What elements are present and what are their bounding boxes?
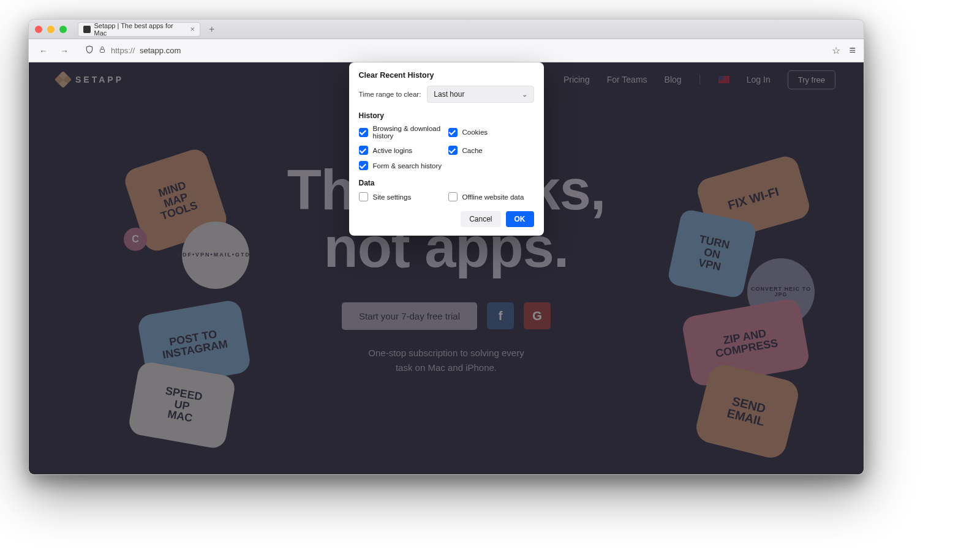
zoom-window-button[interactable]: [59, 26, 67, 33]
signup-google-button[interactable]: G: [524, 302, 551, 329]
url-scheme: https://: [111, 46, 135, 55]
time-range-label: Time range to clear:: [359, 91, 421, 98]
check-cookies[interactable]: Cookies: [448, 125, 534, 140]
back-button[interactable]: ←: [37, 46, 50, 56]
check-offline-data[interactable]: Offline website data: [448, 192, 534, 201]
facebook-icon: f: [499, 309, 503, 323]
browser-window: Setapp | The best apps for Mac × + ← → h…: [28, 19, 864, 475]
shield-icon[interactable]: [85, 45, 94, 56]
check-site-settings[interactable]: Site settings: [359, 192, 445, 201]
minimize-window-button[interactable]: [47, 26, 55, 33]
check-form[interactable]: Form & search history: [359, 161, 445, 170]
dialog-title: Clear Recent History: [359, 71, 534, 80]
checkbox-icon: [359, 192, 368, 201]
lock-icon[interactable]: [99, 46, 106, 55]
checkbox-icon: [359, 128, 368, 137]
start-trial-button[interactable]: Start your 7-day free trial: [342, 302, 477, 330]
checkbox-icon: [448, 192, 458, 201]
cancel-button[interactable]: Cancel: [461, 211, 500, 227]
check-cache[interactable]: Cache: [448, 146, 534, 155]
browser-toolbar: ← → https://setapp.com ☆ ≡: [29, 39, 864, 62]
tab-title: Setapp | The best apps for Mac: [94, 22, 184, 37]
check-active-label: Active logins: [373, 147, 413, 154]
check-site-settings-label: Site settings: [373, 193, 412, 201]
browser-tab[interactable]: Setapp | The best apps for Mac ×: [78, 22, 200, 37]
checkbox-icon: [359, 161, 368, 170]
google-icon: G: [532, 309, 542, 323]
check-offline-data-label: Offline website data: [462, 193, 524, 201]
url-host: setapp.com: [140, 46, 181, 55]
check-active[interactable]: Active logins: [359, 146, 445, 155]
check-browsing-label: Browsing & download history: [373, 125, 445, 140]
tab-close-icon[interactable]: ×: [190, 24, 195, 34]
chevron-down-icon: ⌄: [522, 91, 527, 99]
signup-facebook-button[interactable]: f: [487, 302, 514, 329]
check-cache-label: Cache: [462, 147, 483, 154]
checkbox-icon: [359, 146, 368, 155]
check-cookies-label: Cookies: [462, 129, 488, 136]
ok-button[interactable]: OK: [506, 211, 534, 227]
tab-bar: Setapp | The best apps for Mac × +: [29, 20, 864, 39]
forward-button[interactable]: →: [58, 46, 70, 56]
check-form-label: Form & search history: [373, 162, 442, 170]
svg-rect-0: [100, 50, 105, 53]
address-bar[interactable]: https://setapp.com: [79, 42, 823, 59]
hero-sub-2: task on Mac and iPhone.: [396, 362, 497, 373]
new-tab-button[interactable]: +: [205, 24, 218, 35]
time-range-select[interactable]: Last hour ⌄: [427, 86, 533, 103]
hamburger-menu-icon[interactable]: ≡: [849, 44, 855, 57]
check-browsing[interactable]: Browsing & download history: [359, 125, 445, 140]
section-data-title: Data: [359, 179, 534, 187]
checkbox-icon: [448, 146, 458, 155]
window-controls: [35, 26, 67, 33]
time-range-value: Last hour: [434, 90, 464, 99]
clear-history-dialog: Clear Recent History Time range to clear…: [349, 62, 544, 236]
hero-sub-1: One-stop subscription to solving every: [368, 348, 524, 358]
favicon-icon: [83, 26, 91, 33]
section-history-title: History: [359, 111, 534, 120]
checkbox-icon: [448, 128, 458, 137]
close-window-button[interactable]: [35, 26, 42, 33]
bookmark-star-icon[interactable]: ☆: [832, 45, 840, 56]
